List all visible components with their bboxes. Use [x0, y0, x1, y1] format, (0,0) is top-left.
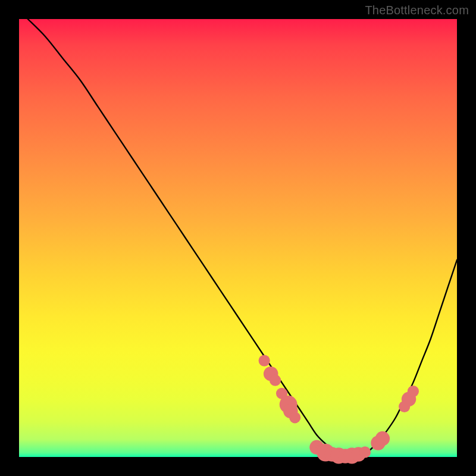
data-marker [289, 412, 300, 423]
data-marker [270, 375, 281, 386]
bottleneck-curve [28, 19, 457, 456]
data-marker [408, 386, 419, 397]
data-marker [359, 446, 371, 458]
plot-area [19, 19, 457, 457]
data-marker [259, 355, 270, 366]
data-marker [375, 431, 390, 446]
curve-markers [259, 355, 419, 464]
chart-container: TheBottleneck.com [0, 0, 476, 476]
curve-svg [19, 19, 457, 457]
watermark-text: TheBottleneck.com [365, 4, 469, 17]
